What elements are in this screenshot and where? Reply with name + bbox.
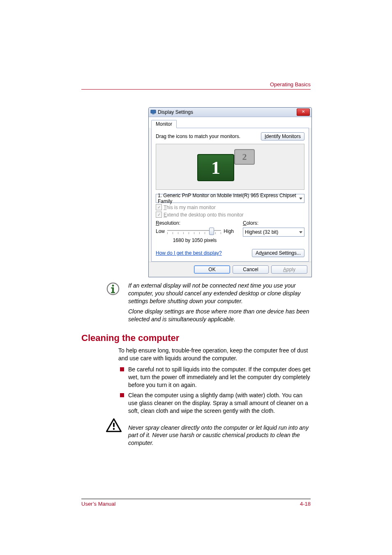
intro-paragraph: To help ensure long, trouble-free operat…: [118, 347, 311, 362]
slider-low-label: Low: [156, 228, 165, 234]
resolution-slider[interactable]: Low High: [156, 227, 234, 236]
info-icon: [106, 282, 120, 325]
apply-button: Apply: [271, 265, 307, 274]
colors-label: Colors:: [243, 220, 304, 226]
svg-rect-8: [113, 422, 115, 427]
colors-value: Highest (32 bit): [245, 229, 278, 235]
list-item: Clean the computer using a slightly damp…: [118, 391, 311, 415]
drag-instruction: Drag the icons to match your monitors.: [156, 134, 240, 139]
caution-text: Never spray cleaner directly onto the co…: [128, 424, 311, 447]
cancel-button[interactable]: Cancel: [233, 265, 269, 274]
section-title: Cleaning the computer: [81, 333, 311, 343]
main-monitor-checkbox: ✓ This is my main monitor: [156, 204, 304, 210]
note-paragraph-2: Clone display settings are those where m…: [128, 308, 311, 323]
svg-rect-6: [111, 287, 114, 288]
footer-left: User’s Manual: [81, 501, 115, 507]
slider-thumb[interactable]: [209, 228, 214, 235]
close-icon[interactable]: ✕: [297, 108, 310, 116]
tab-monitor[interactable]: Monitor: [151, 120, 177, 128]
extend-desktop-checkbox: ✓ Extend the desktop onto this monitor: [156, 212, 304, 218]
warning-icon: [106, 418, 122, 453]
svg-rect-1: [152, 114, 154, 115]
monitor-2[interactable]: 2: [234, 149, 255, 165]
header-section: Operating Basics: [81, 81, 311, 88]
help-link[interactable]: How do I get the best display?: [156, 250, 222, 256]
chevron-down-icon: [299, 198, 302, 200]
identify-monitors-button[interactable]: Identify Monitors: [261, 132, 304, 140]
monitor-arrange-area[interactable]: 1 2: [156, 144, 304, 190]
display-settings-dialog: Display Settings ✕ Monitor Drag the icon…: [148, 107, 312, 277]
footer-rule: [81, 499, 311, 499]
monitor-select-value: 1. Generic PnP Monitor on Mobile Intel(R…: [158, 193, 299, 204]
header-rule: [81, 89, 311, 90]
checkbox-icon: ✓: [156, 204, 162, 210]
resolution-value: 1680 by 1050 pixels: [156, 237, 234, 243]
resolution-label: Resolution:: [156, 220, 234, 226]
ok-button[interactable]: OK: [194, 265, 230, 274]
footer-right: 4-18: [300, 501, 311, 507]
chevron-down-icon: [299, 231, 302, 233]
colors-select[interactable]: Highest (32 bit): [243, 228, 304, 237]
monitor-select[interactable]: 1. Generic PnP Monitor on Mobile Intel(R…: [156, 194, 304, 203]
advanced-settings-button[interactable]: Advanced Settings...: [252, 249, 304, 257]
titlebar[interactable]: Display Settings ✕: [149, 108, 311, 117]
dialog-title: Display Settings: [158, 109, 297, 115]
monitor-icon: [150, 109, 156, 115]
monitor-1[interactable]: 1: [197, 154, 234, 181]
svg-rect-0: [151, 110, 156, 113]
svg-point-9: [113, 428, 115, 430]
checkbox-icon: ✓: [156, 212, 162, 218]
list-item: Be careful not to spill liquids into the…: [118, 366, 311, 389]
slider-high-label: High: [224, 228, 234, 234]
note-paragraph-1: If an external display will not be conne…: [128, 282, 311, 305]
svg-point-3: [112, 285, 114, 287]
svg-rect-5: [111, 292, 115, 293]
